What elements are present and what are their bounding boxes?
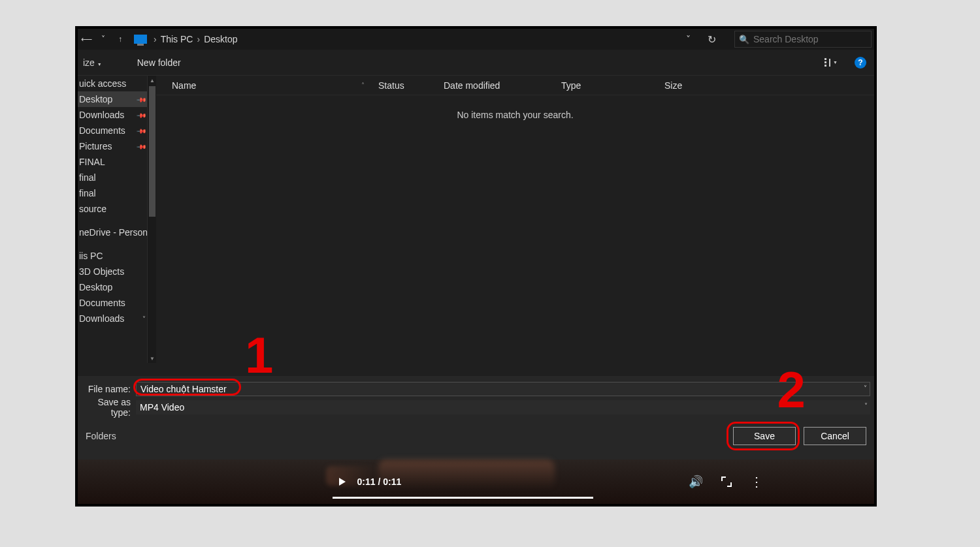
pin-icon: 📌 [137, 141, 147, 151]
volume-icon[interactable]: 🔊 [689, 475, 703, 489]
video-progress-bar[interactable] [333, 497, 593, 499]
refresh-icon[interactable]: ↻ [701, 33, 723, 46]
sidebar-item-pictures[interactable]: Pictures📌 [78, 138, 150, 154]
sidebar-item-pc-downloads[interactable]: Downloads˅ [78, 311, 150, 326]
save-type-select[interactable]: MP4 Video ˅ [136, 400, 870, 414]
sort-indicator-icon: ˄ [361, 82, 365, 89]
chevron-right-icon: › [150, 34, 161, 44]
save-button[interactable]: Save [733, 427, 796, 445]
screenshot-frame: 1 2 ⟵ ˅ ↑ › This PC › Desktop ˅ ↻ 🔍 Sear… [75, 26, 877, 507]
save-dialog: 1 2 ⟵ ˅ ↑ › This PC › Desktop ˅ ↻ 🔍 Sear… [78, 29, 874, 460]
address-bar: ⟵ ˅ ↑ › This PC › Desktop ˅ ↻ 🔍 Search D… [78, 29, 874, 50]
dropdown-icon[interactable]: ˅ [864, 402, 868, 409]
search-icon: 🔍 [739, 35, 749, 44]
dialog-toolbar: ize ▼ New folder ▼ ? [78, 50, 874, 76]
scroll-up-icon[interactable]: ▲ [148, 76, 157, 85]
sidebar-item-final-1[interactable]: final [78, 170, 150, 185]
chevron-down-icon: ˅ [142, 315, 146, 322]
crumb-desktop[interactable]: Desktop [204, 34, 237, 44]
sidebar-item-onedrive[interactable]: neDrive - Person [78, 225, 150, 240]
col-name[interactable]: Name˄ [156, 76, 372, 95]
sidebar-item-quick-access[interactable]: uick access [78, 76, 150, 91]
sidebar-item-final-caps[interactable]: FINAL [78, 154, 150, 170]
pin-icon: 📌 [137, 94, 147, 104]
help-icon[interactable]: ? [855, 57, 866, 69]
scroll-down-icon[interactable]: ▼ [148, 354, 157, 363]
sidebar-item-desktop[interactable]: Desktop📌 [78, 91, 150, 107]
col-date-modified[interactable]: Date modified [437, 76, 555, 95]
this-pc-icon [134, 35, 147, 44]
search-input[interactable]: 🔍 Search Desktop [734, 31, 872, 48]
video-time: 0:11 / 0:11 [357, 477, 402, 487]
sidebar-item-documents[interactable]: Documents📌 [78, 123, 150, 138]
nav-back-icon[interactable]: ⟵ [80, 33, 92, 45]
col-type[interactable]: Type [555, 76, 658, 95]
scroll-thumb[interactable] [149, 86, 155, 217]
search-placeholder: Search Desktop [753, 34, 819, 44]
dialog-main: uick access Desktop📌 Downloads📌 Document… [78, 76, 874, 363]
annotation-1: 1 [245, 326, 273, 385]
dialog-bottom: File name: Video chuột Hamster ˅ Save as… [78, 376, 874, 460]
cancel-button[interactable]: Cancel [804, 427, 866, 445]
fullscreen-icon[interactable] [721, 477, 732, 487]
nav-sidebar: uick access Desktop📌 Downloads📌 Document… [78, 76, 156, 363]
sidebar-item-downloads[interactable]: Downloads📌 [78, 107, 150, 123]
sidebar-item-this-pc[interactable]: iis PC [78, 248, 150, 264]
empty-listing-message: No items match your search. [156, 95, 874, 120]
chevron-right-icon: › [193, 34, 204, 44]
new-folder-button[interactable]: New folder [111, 57, 181, 68]
sidebar-item-pc-documents[interactable]: Documents [78, 295, 150, 311]
organize-button[interactable]: ize ▼ [83, 57, 102, 68]
view-options-button[interactable]: ▼ [825, 58, 838, 67]
sidebar-scrollbar[interactable]: ▲ ▼ [147, 76, 156, 363]
sidebar-item-final-2[interactable]: final [78, 185, 150, 201]
breadcrumb[interactable]: › This PC › Desktop [131, 34, 676, 44]
annotation-2: 2 [777, 360, 806, 420]
save-type-label: Save as type: [78, 397, 133, 418]
file-listing: Name˄ Status Date modified Type Size No … [156, 76, 874, 363]
pin-icon: 📌 [137, 125, 147, 136]
col-size[interactable]: Size [658, 76, 749, 95]
nav-recent-icon[interactable]: ˅ [97, 33, 109, 45]
column-headers: Name˄ Status Date modified Type Size [156, 76, 874, 95]
sidebar-item-pc-desktop[interactable]: Desktop [78, 279, 150, 295]
crumb-this-pc[interactable]: This PC [161, 34, 193, 44]
sidebar-item-3d-objects[interactable]: 3D Objects [78, 264, 150, 279]
nav-up-icon[interactable]: ↑ [114, 33, 126, 45]
sidebar-item-source[interactable]: source [78, 201, 150, 217]
file-name-label: File name: [78, 384, 133, 394]
play-icon[interactable] [339, 478, 346, 486]
address-dropdown-icon[interactable]: ˅ [681, 34, 696, 44]
pin-icon: 📌 [137, 110, 147, 120]
video-player-bar: 0:11 / 0:11 🔊 ⋮ [78, 460, 874, 504]
hide-folders-button[interactable]: Folders [86, 431, 116, 441]
col-status[interactable]: Status [372, 76, 437, 95]
dropdown-icon[interactable]: ˅ [864, 384, 867, 392]
video-thumb-blur [378, 460, 555, 490]
